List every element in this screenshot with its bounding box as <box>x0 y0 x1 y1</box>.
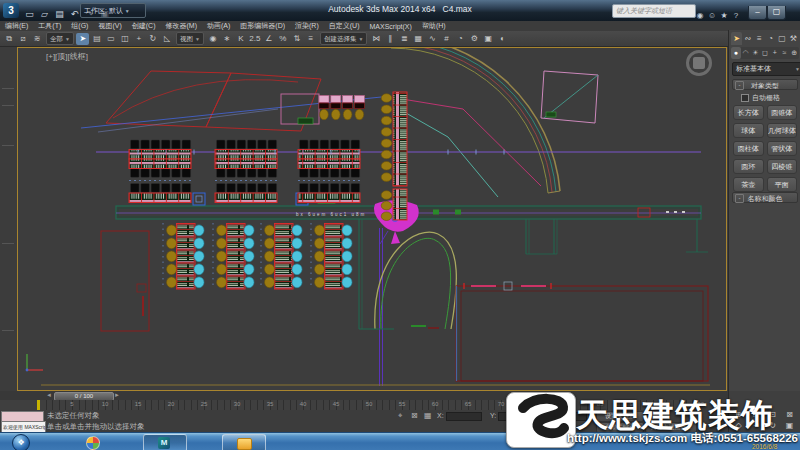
create-tab[interactable]: ➤ <box>731 32 742 45</box>
object-button-0[interactable]: 长方体 <box>733 105 764 120</box>
render-setup-icon[interactable]: ⚙ <box>468 33 481 45</box>
use-pivot-center-icon[interactable]: ◉ <box>206 33 219 45</box>
material-editor-icon[interactable]: ◔ <box>454 33 467 45</box>
viewport-top[interactable]: [+][顶][线框] <box>17 47 727 391</box>
object-button-4[interactable]: 圆柱体 <box>733 141 764 156</box>
bind-to-space-warp-icon[interactable]: ≋ <box>31 33 44 45</box>
save-icon[interactable]: ▤ <box>53 8 66 21</box>
edit-named-sets-icon[interactable]: ≡ <box>304 33 317 45</box>
select-and-link-icon[interactable]: ⧉ <box>3 33 16 45</box>
object-button-7[interactable]: 四棱锥 <box>767 159 798 174</box>
graphite-ribbon-icon[interactable]: ▦ <box>412 33 425 45</box>
zoom-icon[interactable]: ⊕ <box>731 410 746 420</box>
new-file-icon[interactable]: ▭ <box>23 8 36 21</box>
search-input[interactable]: 键入关键字或短语 <box>612 4 696 18</box>
cameras-icon[interactable]: ◻ <box>760 47 770 59</box>
percent-snap-icon[interactable]: % <box>276 33 289 45</box>
absolute-mode-icon[interactable]: ▦ <box>424 410 432 421</box>
3dsmax-taskbar-button[interactable]: M <box>143 434 187 450</box>
select-object-icon[interactable]: ➤ <box>76 33 89 45</box>
align-icon[interactable]: ∥ <box>384 33 397 45</box>
spinner-snap-icon[interactable]: ⇅ <box>290 33 303 45</box>
geometry-icon[interactable]: ● <box>731 47 741 59</box>
frame-back-icon[interactable]: ◄ <box>46 392 52 399</box>
start-button[interactable]: ❖ <box>12 434 30 450</box>
keyboard-override-icon[interactable]: K <box>234 33 247 45</box>
add-time-tag[interactable]: 添加时间标记 <box>528 421 567 432</box>
object-button-6[interactable]: 圆环 <box>733 159 764 174</box>
menu-item-6[interactable]: 动画(A) <box>202 21 235 31</box>
menu-item-9[interactable]: 自定义(U) <box>324 21 365 31</box>
select-and-manipulate-icon[interactable]: ∗ <box>220 33 233 45</box>
window-crossing-icon[interactable]: ◫ <box>118 33 131 45</box>
menu-item-3[interactable]: 视图(V) <box>93 21 126 31</box>
menu-item-5[interactable]: 修改器(M) <box>160 21 202 31</box>
motion-tab[interactable]: ◔ <box>765 32 776 45</box>
app-logo-icon[interactable]: 3 <box>3 3 19 18</box>
selection-region-icon[interactable]: ▭ <box>104 33 117 45</box>
object-button-3[interactable]: 几何球体 <box>767 123 798 138</box>
orbit-icon[interactable]: ↻ <box>765 421 780 431</box>
mirror-icon[interactable]: ⋈ <box>370 33 383 45</box>
unlink-selection-icon[interactable]: ⧄ <box>17 33 30 45</box>
browser-taskbar-icon[interactable] <box>86 436 100 450</box>
utilities-tab[interactable]: ⚒ <box>788 32 799 45</box>
maximize-viewport-icon[interactable]: ▣ <box>782 421 797 431</box>
select-and-scale-icon[interactable]: ◺ <box>160 33 173 45</box>
coord-z-field[interactable]: Z: <box>543 411 587 421</box>
snap-toggle-icon[interactable]: 2.5 <box>248 33 261 45</box>
field-of-view-icon[interactable]: ◇ <box>731 421 746 431</box>
select-by-name-icon[interactable]: ▤ <box>90 33 103 45</box>
object-button-5[interactable]: 管状体 <box>767 141 798 156</box>
shapes-icon[interactable]: ◠ <box>741 47 751 59</box>
space-warps-icon[interactable]: ≈ <box>780 47 790 59</box>
menu-item-11[interactable]: 帮助(H) <box>417 21 451 31</box>
menu-item-7[interactable]: 图形编辑器(D) <box>235 21 290 31</box>
render-icon[interactable]: ◐ <box>496 33 509 45</box>
files-taskbar-button[interactable] <box>222 434 266 450</box>
workspace-dropdown[interactable]: 工作区: 默认 ▼ <box>80 3 146 18</box>
modify-tab[interactable]: ∾ <box>742 32 753 45</box>
schematic-view-icon[interactable]: # <box>440 33 453 45</box>
object-button-1[interactable]: 圆锥体 <box>767 105 798 120</box>
open-file-icon[interactable]: ▱ <box>38 8 51 21</box>
reference-coordsys-dropdown[interactable]: 视图▼ <box>176 32 204 45</box>
display-tab[interactable]: ▢ <box>776 32 787 45</box>
crosshair-icon[interactable]: ⌖ <box>398 410 403 421</box>
systems-icon[interactable]: ⊕ <box>789 47 799 59</box>
object-button-8[interactable]: 茶壶 <box>733 177 764 192</box>
viewport-layout-strip[interactable] <box>0 47 18 391</box>
selection-lock-icon[interactable]: ⊠ <box>411 410 418 421</box>
zoom-extents-icon[interactable]: ⊡ <box>765 410 780 420</box>
menu-item-1[interactable]: 工具(T) <box>33 21 66 31</box>
lights-icon[interactable]: ☀ <box>750 47 760 59</box>
rendered-frame-icon[interactable]: ▣ <box>482 33 495 45</box>
menu-item-10[interactable]: MAXScript(X) <box>364 23 416 30</box>
coord-x-field[interactable]: X: <box>437 411 482 421</box>
set-key-button[interactable]: 设置关键点 <box>596 411 644 422</box>
rollout-object-type[interactable]: -对象类型 <box>732 79 798 90</box>
menu-item-0[interactable]: 编辑(E) <box>0 21 33 31</box>
object-button-9[interactable]: 平面 <box>767 177 798 192</box>
select-and-move-icon[interactable]: + <box>132 33 145 45</box>
autogrid-checkbox[interactable]: 自动栅格 <box>741 93 780 103</box>
selection-filter-dropdown[interactable]: 全部▼ <box>46 32 74 45</box>
hierarchy-tab[interactable]: ≡ <box>754 32 765 45</box>
primitive-category-dropdown[interactable]: 标准基本体▼ <box>732 62 800 76</box>
curve-editor-icon[interactable]: ∿ <box>426 33 439 45</box>
rollout-name-color[interactable]: -名称和颜色 <box>732 192 798 203</box>
layer-manager-icon[interactable]: ≣ <box>398 33 411 45</box>
angle-snap-icon[interactable]: ∠ <box>262 33 275 45</box>
helpers-icon[interactable]: + <box>770 47 780 59</box>
maximize-button[interactable]: ▢ <box>767 6 786 20</box>
menu-item-2[interactable]: 组(G) <box>66 21 93 31</box>
coord-y-field[interactable]: Y: <box>490 411 534 421</box>
menu-item-4[interactable]: 创建(C) <box>127 21 161 31</box>
named-sets-dropdown[interactable]: 创建选择集▼ <box>320 32 367 45</box>
frame-forward-icon[interactable]: ► <box>114 392 120 399</box>
menu-item-8[interactable]: 渲染(R) <box>290 21 324 31</box>
pan-icon[interactable]: + <box>748 421 763 431</box>
object-button-2[interactable]: 球体 <box>733 123 764 138</box>
minimize-button[interactable]: – <box>748 6 767 20</box>
zoom-extents-all-icon[interactable]: ⊠ <box>782 410 797 420</box>
